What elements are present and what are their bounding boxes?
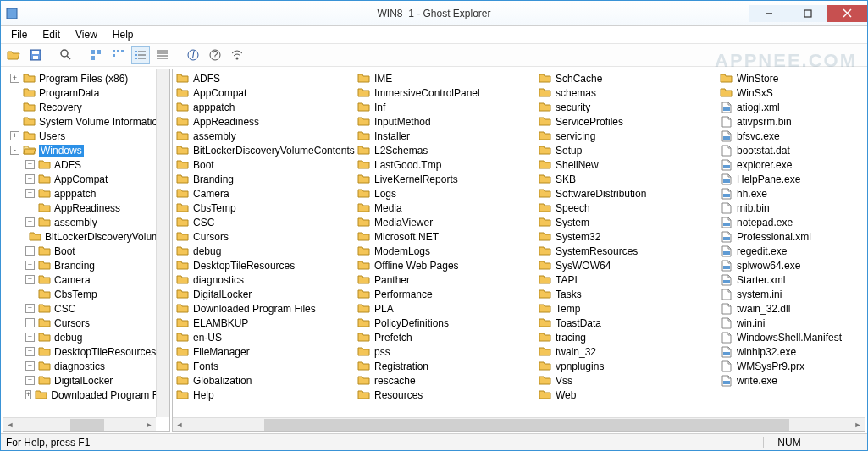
list-item[interactable]: ModemLogs [354,244,532,258]
list-item[interactable]: WinSxS [716,85,865,100]
expand-icon[interactable]: + [25,318,35,327]
list-item[interactable]: InputMethod [354,114,532,129]
list-item[interactable]: apppatch [173,100,351,114]
scroll-thumb[interactable] [70,419,104,431]
list-item[interactable]: twain_32 [535,344,713,359]
list-item[interactable]: diagnostics [173,272,351,287]
list-item[interactable]: Offline Web Pages [354,258,532,272]
list-item[interactable]: twain_32.dll [716,301,865,316]
tree-item[interactable]: +DigitalLocker [3,373,169,388]
list-item[interactable]: servicing [535,129,713,143]
tree-item[interactable]: +DesktopTileResources [3,344,169,359]
list-item[interactable]: Temp [535,301,713,316]
expand-icon[interactable]: + [25,390,31,399]
list-item[interactable]: Resources [354,388,532,402]
list-item[interactable]: Tasks [535,287,713,301]
list-item[interactable]: Help [173,388,351,402]
menu-view[interactable]: View [69,27,104,42]
list-item[interactable]: Performance [354,287,532,301]
list-item[interactable]: Setup [535,143,713,157]
tree-item[interactable]: +Boot [3,244,169,258]
expand-icon[interactable]: + [25,189,35,198]
list-item[interactable]: write.exe [716,373,865,388]
list-item[interactable]: SchCache [535,71,713,85]
minimize-button[interactable] [749,5,788,22]
list-item[interactable]: debug [173,244,351,258]
expand-icon[interactable]: + [25,275,35,284]
list-item[interactable]: System [535,215,713,229]
tree-item[interactable]: +assembly [3,215,169,229]
expand-icon[interactable]: + [10,131,19,140]
list-view-icon[interactable] [131,46,150,64]
list-item[interactable]: HelpPane.exe [716,172,865,186]
list-item[interactable]: BitLockerDiscoveryVolumeContents [173,143,351,157]
tree-item[interactable]: ProgramData [3,85,169,100]
tree-item[interactable]: +diagnostics [3,359,169,373]
tree-item[interactable]: Recovery [3,100,169,114]
list-item[interactable]: notepad.exe [716,215,865,229]
list-item[interactable]: LastGood.Tmp [354,157,532,172]
list-item[interactable]: AppCompat [173,85,351,100]
list-item[interactable]: rescache [354,373,532,388]
list-item[interactable]: CbsTemp [173,201,351,215]
list-item[interactable]: PLA [354,301,532,316]
list-item[interactable]: explorer.exe [716,157,865,172]
list-item[interactable]: splwow64.exe [716,258,865,272]
list-item[interactable]: atiogl.xml [716,100,865,114]
details-view-icon[interactable] [153,46,172,64]
list-item[interactable]: ShellNew [535,157,713,172]
list-item[interactable]: en-US [173,330,351,344]
tree-item[interactable]: AppReadiness [3,201,169,215]
scroll-right-icon[interactable]: ► [142,418,156,432]
expand-icon[interactable]: + [25,304,35,313]
expand-icon[interactable]: + [25,217,35,227]
tree-item[interactable]: System Volume Information [3,114,169,129]
list-item[interactable]: bootstat.dat [716,143,865,157]
tree-item[interactable]: +apppatch [3,186,169,201]
list-item[interactable]: win.ini [716,316,865,330]
list-item[interactable]: WinStore [716,71,865,85]
list-item[interactable]: ADFS [173,71,351,85]
list-item[interactable]: LiveKernelReports [354,172,532,186]
expand-icon[interactable]: + [10,74,19,83]
titlebar[interactable]: WIN8_1 - Ghost Explorer [1,1,867,26]
list-item[interactable]: ELAMBKUP [173,316,351,330]
tree-item[interactable]: +ADFS [3,157,169,172]
tree-vscroll[interactable] [156,69,169,417]
scroll-left-icon[interactable]: ◄ [173,418,186,432]
list-item[interactable]: System32 [535,229,713,244]
find-icon[interactable] [57,46,75,64]
list-item[interactable]: SKB [535,172,713,186]
list-item[interactable]: Logs [354,186,532,201]
tree-panel[interactable]: +Program Files (x86)ProgramDataRecoveryS… [3,69,170,432]
list-item[interactable]: IME [354,71,532,85]
list-item[interactable]: DesktopTileResources [173,258,351,272]
list-item[interactable]: hh.exe [716,186,865,201]
list-item[interactable]: Starter.xml [716,272,865,287]
list-item[interactable]: Prefetch [354,330,532,344]
list-item[interactable]: SoftwareDistribution [535,186,713,201]
list-item[interactable]: security [535,100,713,114]
list-item[interactable]: Branding [173,172,351,186]
expand-icon[interactable]: + [25,347,35,356]
list-item[interactable]: Panther [354,272,532,287]
scroll-right-icon[interactable]: ► [851,418,865,432]
tree-item[interactable]: +Users [3,129,169,143]
save-icon[interactable] [26,46,45,64]
close-button[interactable] [827,5,867,22]
list-item[interactable]: WindowsShell.Manifest [716,330,865,344]
list-item[interactable]: Media [354,201,532,215]
list-item[interactable]: WMSysPr9.prx [716,359,865,373]
list-item[interactable]: Registration [354,359,532,373]
scroll-left-icon[interactable]: ◄ [3,418,17,432]
list-item[interactable]: schemas [535,85,713,100]
list-item[interactable]: AppReadiness [173,114,351,129]
list-item[interactable]: Microsoft.NET [354,229,532,244]
tree-item[interactable]: +CSC [3,301,169,316]
tree-item[interactable]: BitLockerDiscoveryVolumeContents [3,229,169,244]
list-item[interactable]: SysWOW64 [535,258,713,272]
list-item[interactable]: assembly [173,129,351,143]
tree-item[interactable]: +Cursors [3,316,169,330]
list-item[interactable]: mib.bin [716,201,865,215]
open-icon[interactable] [4,46,23,64]
